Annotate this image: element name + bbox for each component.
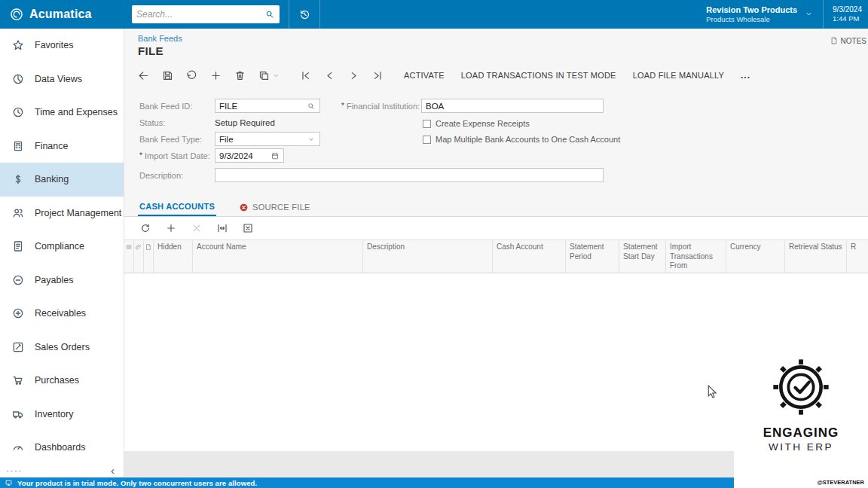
topbar-divider bbox=[319, 0, 320, 29]
checkbox-label: Map Multiple Bank Accounts to One Cash A… bbox=[436, 135, 620, 144]
watermark-handle: @STEVERATNER bbox=[817, 479, 864, 486]
go-next-button[interactable] bbox=[347, 68, 360, 83]
gauge-icon bbox=[11, 441, 25, 454]
row-settings-column-icon[interactable] bbox=[124, 240, 134, 273]
go-first-button[interactable] bbox=[299, 68, 312, 83]
column-header-description[interactable]: Description bbox=[363, 240, 493, 273]
refresh-button[interactable] bbox=[139, 222, 151, 234]
bank-feed-type-select[interactable]: File bbox=[215, 132, 320, 146]
column-header-statement-period[interactable]: Statement Period bbox=[566, 240, 619, 273]
sidebar-item-time-and-expenses[interactable]: Time and Expenses bbox=[0, 96, 124, 130]
sidebar-item-inventory[interactable]: Inventory bbox=[0, 398, 124, 432]
note-icon bbox=[830, 36, 839, 45]
sidebar-item-favorites[interactable]: Favorites bbox=[0, 29, 124, 63]
sidebar-footer: ···· ‹ bbox=[0, 465, 124, 476]
column-header-import-transactions-from[interactable]: Import Transactions From bbox=[666, 240, 726, 273]
recently-visited-button[interactable] bbox=[289, 0, 319, 29]
tab-source-file[interactable]: SOURCE FILE bbox=[237, 198, 312, 216]
export-to-excel-button[interactable] bbox=[242, 222, 254, 234]
sidebar-item-project-management[interactable]: Project Management bbox=[0, 197, 124, 230]
engaging-with-erp-watermark: ENGAGING WITH ERP @STEVERATNER bbox=[734, 340, 868, 488]
go-last-button[interactable] bbox=[371, 68, 384, 83]
lookup-icon[interactable] bbox=[307, 102, 316, 111]
watermark-line2: WITH ERP bbox=[769, 441, 833, 453]
tab-bar: CASH ACCOUNTSSOURCE FILE bbox=[124, 198, 868, 217]
calendar-icon[interactable] bbox=[270, 151, 280, 160]
map-multiple-bank-accounts-checkbox[interactable]: Map Multiple Bank Accounts to One Cash A… bbox=[423, 135, 620, 144]
breadcrumb[interactable]: Bank Feeds bbox=[138, 34, 182, 43]
company-branch-selector[interactable]: Revision Two Products Products Wholesale bbox=[697, 5, 823, 25]
sidebar-item-data-views[interactable]: Data Views bbox=[0, 63, 124, 96]
acumatica-logo[interactable]: Acumatica bbox=[0, 7, 124, 22]
save-button[interactable] bbox=[161, 68, 174, 83]
column-header-statement-start-day[interactable]: Statement Start Day bbox=[619, 240, 666, 273]
global-search-input[interactable]: Search... bbox=[132, 5, 280, 23]
create-expense-receipts-checkbox[interactable]: Create Expense Receipts bbox=[423, 119, 530, 128]
delete-button[interactable] bbox=[234, 68, 246, 83]
activate-button[interactable]: ACTIVATE bbox=[404, 71, 445, 80]
sidebar-item-sales-orders[interactable]: Sales Orders bbox=[0, 331, 124, 364]
doc-check-icon bbox=[11, 239, 25, 253]
load-transactions-in-test-mode-button[interactable]: LOAD TRANSACTIONS IN TEST MODE bbox=[461, 71, 616, 80]
record-toolbar: ACTIVATELOAD TRANSACTIONS IN TEST MODELO… bbox=[137, 66, 868, 85]
sidebar-item-receivables[interactable]: Receivables bbox=[0, 297, 124, 331]
pencil-square-icon bbox=[11, 340, 25, 354]
bank-feed-id-input[interactable]: FILE bbox=[215, 99, 320, 113]
chevron-down-icon bbox=[272, 72, 280, 80]
import-start-date-input[interactable]: 9/3/2024 bbox=[215, 148, 284, 163]
trial-message: Your product is in trial mode. Only two … bbox=[17, 479, 257, 487]
column-header-hidden[interactable]: Hidden bbox=[154, 240, 193, 273]
search-icon[interactable] bbox=[264, 9, 275, 20]
history-clock-icon bbox=[298, 8, 311, 21]
minus-circle-icon bbox=[11, 273, 25, 287]
financial-institution-input[interactable]: BOA bbox=[421, 99, 604, 113]
nav-next-icon bbox=[347, 69, 360, 82]
column-header-account-name[interactable]: Account Name bbox=[193, 240, 363, 273]
status-label: Status: bbox=[139, 115, 165, 130]
sidebar: FavoritesData ViewsTime and ExpensesFina… bbox=[0, 29, 124, 477]
required-marker: * bbox=[139, 151, 142, 160]
sidebar-item-label: Data Views bbox=[35, 74, 82, 84]
bank-feed-id-label: Bank Feed ID: bbox=[139, 99, 192, 113]
go-previous-button[interactable] bbox=[323, 68, 336, 83]
go-back-button[interactable] bbox=[137, 68, 150, 83]
delete-row-button[interactable] bbox=[191, 222, 203, 234]
sidebar-item-label: Project Management bbox=[35, 208, 121, 218]
description-input[interactable] bbox=[215, 168, 604, 182]
fit-to-screen-button[interactable] bbox=[216, 222, 228, 234]
cancel-button[interactable] bbox=[185, 68, 198, 83]
notes-column-icon[interactable] bbox=[144, 240, 154, 273]
top-bar: Acumatica Search... Revision Two Product… bbox=[0, 0, 868, 29]
column-header-currency[interactable]: Currency bbox=[726, 240, 785, 273]
undo-icon bbox=[185, 69, 198, 82]
sidebar-item-compliance[interactable]: Compliance bbox=[0, 230, 124, 264]
more-actions-button[interactable]: ... bbox=[741, 70, 750, 81]
bank-feed-type-label: Bank Feed Type: bbox=[139, 132, 202, 146]
sidebar-item-banking[interactable]: Banking bbox=[0, 163, 124, 197]
sidebar-item-label: Payables bbox=[35, 275, 73, 285]
sidebar-item-finance[interactable]: Finance bbox=[0, 130, 124, 163]
cart-icon bbox=[11, 374, 25, 387]
sidebar-item-purchases[interactable]: Purchases bbox=[0, 364, 124, 398]
column-header-r[interactable]: R bbox=[847, 240, 868, 273]
monitor-icon bbox=[5, 479, 13, 487]
date-value: 9/3/2024 bbox=[833, 5, 862, 15]
chevron-down-icon[interactable] bbox=[307, 135, 316, 144]
trash-icon bbox=[234, 69, 246, 82]
more-items-icon[interactable]: ···· bbox=[6, 465, 22, 476]
attachments-column-icon[interactable] bbox=[134, 240, 144, 273]
tab-cash-accounts[interactable]: CASH ACCOUNTS bbox=[138, 198, 216, 216]
add-new-button[interactable] bbox=[209, 68, 222, 83]
business-date[interactable]: 9/3/2024 1:44 PM bbox=[824, 5, 868, 24]
sidebar-item-dashboards[interactable]: Dashboards bbox=[0, 431, 124, 465]
notes-button[interactable]: NOTES bbox=[830, 36, 866, 45]
description-label: Description: bbox=[139, 168, 183, 182]
column-header-retrieval-status[interactable]: Retrieval Status bbox=[785, 240, 847, 273]
sidebar-item-payables[interactable]: Payables bbox=[0, 264, 124, 297]
nav-first-icon bbox=[299, 69, 312, 82]
load-file-manually-button[interactable]: LOAD FILE MANUALLY bbox=[633, 71, 724, 80]
add-row-button[interactable] bbox=[165, 222, 177, 234]
collapse-sidebar-icon[interactable]: ‹ bbox=[111, 465, 115, 476]
column-header-cash-account[interactable]: Cash Account bbox=[493, 240, 566, 273]
clipboard-button[interactable] bbox=[258, 68, 280, 83]
